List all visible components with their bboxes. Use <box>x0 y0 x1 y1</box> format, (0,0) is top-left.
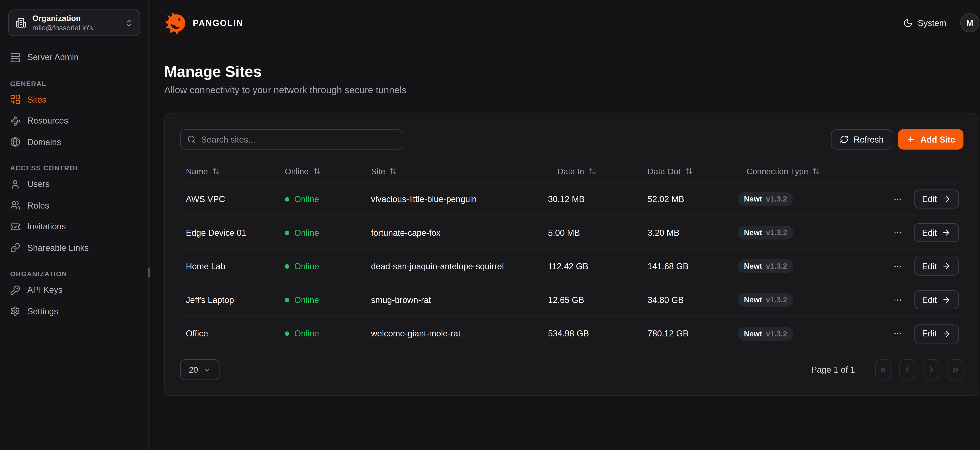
refresh-icon <box>840 135 848 144</box>
theme-toggle[interactable]: System <box>903 18 946 28</box>
sidebar-section-access-control: ACCESS CONTROL <box>10 163 138 172</box>
data-out-cell: 780.12 GB <box>642 329 732 338</box>
sidebar-item-invitations[interactable]: Invitations <box>0 216 148 237</box>
org-selector-label: Organization <box>32 14 101 22</box>
refresh-button[interactable]: Refresh <box>831 129 892 150</box>
column-header-name[interactable]: Name <box>180 166 279 176</box>
page-subtitle: Allow connectivity to your network throu… <box>164 84 979 96</box>
sidebar-item-shareable-links[interactable]: Shareable Links <box>0 237 148 258</box>
page-size-select[interactable]: 20 <box>180 359 220 380</box>
sidebar-item-users[interactable]: Users <box>0 174 148 195</box>
avatar[interactable]: M <box>960 13 979 32</box>
sort-arrows-icon <box>212 167 220 175</box>
connection-version: v1.3.2 <box>766 329 787 338</box>
sites-card: Refresh Add Site Name <box>164 113 979 396</box>
column-header-data-in[interactable]: Data In <box>542 166 642 176</box>
sidebar-item-roles[interactable]: Roles <box>0 195 148 216</box>
sidebar-item-label: Settings <box>27 306 58 316</box>
connection-type-label: Newt <box>744 195 762 203</box>
prev-page-button[interactable] <box>899 359 915 380</box>
sidebar-item-api-keys[interactable]: API Keys <box>0 279 148 301</box>
online-label: Online <box>294 194 319 204</box>
connection-type-cell: Newt v1.3.2 <box>732 192 844 206</box>
add-site-button[interactable]: Add Site <box>898 129 964 150</box>
row-menu-button[interactable] <box>892 227 904 239</box>
data-in-cell: 5.00 MB <box>542 228 642 237</box>
chevrons-right-icon <box>951 366 959 374</box>
sort-arrows-icon <box>813 167 820 175</box>
org-selector[interactable]: Organization milo@fossorial.io's ... <box>8 10 140 36</box>
sidebar-section-general: GENERAL <box>10 79 138 88</box>
card-toolbar: Refresh Add Site <box>180 129 963 150</box>
sidebar-item-label: Sites <box>27 95 46 105</box>
row-actions: Edit <box>844 324 963 343</box>
org-selector-value: milo@fossorial.io's ... <box>32 24 101 32</box>
online-label: Online <box>294 261 319 271</box>
site-name-cell: Edge Device 01 <box>180 228 279 237</box>
site-name-cell: Jeff's Laptop <box>180 295 279 304</box>
brand-name: PANGOLIN <box>193 18 243 28</box>
column-label: Data Out <box>648 166 681 176</box>
sidebar-item-label: Invitations <box>27 222 66 231</box>
arrow-right-icon <box>942 228 951 237</box>
row-menu-button[interactable] <box>892 328 904 339</box>
moon-icon <box>903 18 913 28</box>
first-page-button[interactable] <box>875 359 891 380</box>
online-dot-icon <box>285 264 289 268</box>
sites-combine-icon <box>10 95 21 105</box>
sidebar-item-label: Users <box>27 179 49 189</box>
search-box <box>180 129 403 150</box>
chevrons-up-down-icon <box>125 19 133 27</box>
sidebar-item-domains[interactable]: Domains <box>0 132 148 152</box>
column-header-online[interactable]: Online <box>279 166 365 176</box>
next-page-button[interactable] <box>924 359 939 380</box>
search-input[interactable] <box>201 135 396 144</box>
site-name-cell: Office <box>180 329 279 338</box>
sort-arrows-icon <box>390 167 397 175</box>
row-menu-button[interactable] <box>892 260 904 272</box>
sidebar-item-label: API Keys <box>27 285 62 295</box>
table-row: Home Lab Online dead-san-joaquin-antelop… <box>180 250 963 284</box>
pangolin-logo-icon <box>164 11 188 35</box>
edit-button[interactable]: Edit <box>914 290 959 309</box>
sidebar-item-resources[interactable]: Resources <box>0 110 148 132</box>
sidebar-item-settings[interactable]: Settings <box>0 301 148 322</box>
topbar-right: System M <box>903 13 979 32</box>
connection-type-cell: Newt v1.3.2 <box>732 326 844 341</box>
edit-button[interactable]: Edit <box>914 223 959 242</box>
toolbar-actions: Refresh Add Site <box>831 129 963 150</box>
arrow-right-icon <box>942 195 951 203</box>
site-status-cell: Online <box>279 329 365 338</box>
sidebar-item-server-admin[interactable]: Server Admin <box>0 47 148 68</box>
site-tunnel-cell: fortunate-cape-fox <box>365 228 542 237</box>
sidebar-item-label: Domains <box>27 137 61 147</box>
building-icon <box>15 17 27 29</box>
edit-button[interactable]: Edit <box>914 257 959 276</box>
column-header-site[interactable]: Site <box>365 166 542 176</box>
connection-type-badge: Newt v1.3.2 <box>738 293 794 307</box>
column-label: Connection Type <box>746 166 808 176</box>
sidebar-item-sites[interactable]: Sites <box>0 89 148 110</box>
page-title: Manage Sites <box>164 46 979 81</box>
table-row: AWS VPC Online vivacious-little-blue-pen… <box>180 182 963 216</box>
ellipsis-icon <box>893 329 902 338</box>
connection-version: v1.3.2 <box>766 261 787 271</box>
pagination-buttons <box>875 359 964 380</box>
row-menu-button[interactable] <box>892 193 904 205</box>
column-header-data-out[interactable]: Data Out <box>642 166 732 176</box>
column-header-connection-type[interactable]: Connection Type <box>732 166 844 176</box>
add-site-label: Add Site <box>920 135 955 144</box>
ellipsis-icon <box>893 228 902 237</box>
column-label: Online <box>285 166 309 176</box>
row-menu-button[interactable] <box>892 294 904 306</box>
data-out-cell: 52.02 MB <box>642 194 732 204</box>
edit-label: Edit <box>922 261 937 271</box>
data-in-cell: 30.12 MB <box>542 194 642 204</box>
sidebar-nav: Server Admin GENERAL Sites Resources Dom <box>0 47 148 322</box>
brand-logo[interactable]: PANGOLIN <box>164 11 243 35</box>
edit-button[interactable]: Edit <box>914 324 959 343</box>
page-size-value: 20 <box>189 365 198 375</box>
app-window: Organization milo@fossorial.io's ... Ser… <box>0 0 980 450</box>
last-page-button[interactable] <box>948 359 964 380</box>
edit-button[interactable]: Edit <box>914 190 959 209</box>
